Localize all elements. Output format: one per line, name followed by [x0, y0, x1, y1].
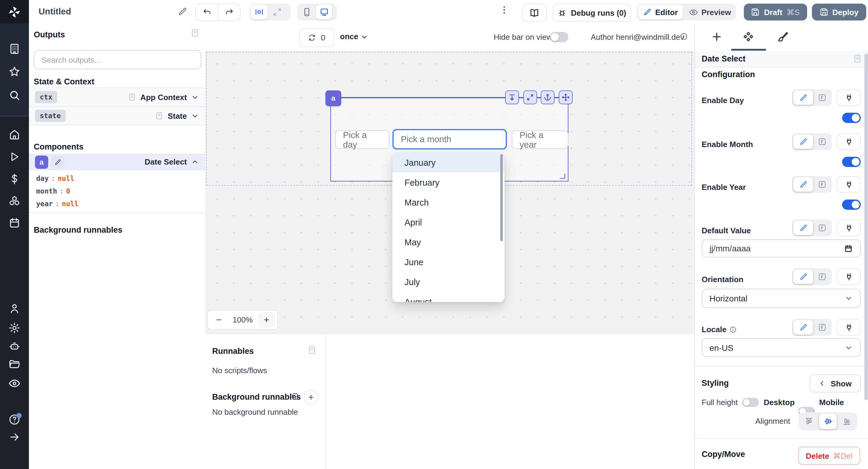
- editor-tab[interactable]: Editor: [638, 5, 683, 19]
- function-mode-button[interactable]: [814, 177, 831, 192]
- function-mode-button[interactable]: [814, 134, 831, 149]
- ctx-row[interactable]: ctx App Context: [29, 87, 205, 107]
- resources-icon[interactable]: [0, 195, 29, 207]
- locale-select[interactable]: en-US: [702, 338, 861, 357]
- month-option-february[interactable]: February: [393, 173, 504, 192]
- settings-gear-icon[interactable]: [0, 322, 29, 334]
- schedules-icon[interactable]: [0, 217, 29, 229]
- component-settings-tab-icon[interactable]: [742, 31, 755, 43]
- delete-component-button[interactable]: Delete ⌘Del: [798, 447, 860, 465]
- styling-tab-icon[interactable]: [777, 31, 789, 43]
- hide-bar-toggle[interactable]: [550, 32, 568, 42]
- prop-year-row[interactable]: year:null: [36, 199, 79, 208]
- add-background-runnable-button[interactable]: [304, 390, 318, 405]
- month-option-may[interactable]: May: [393, 232, 504, 252]
- ai-robot-icon[interactable]: [0, 341, 29, 353]
- function-mode-button[interactable]: [814, 90, 831, 105]
- static-edit-pencil-button[interactable]: [793, 221, 813, 235]
- settings-scrollbar[interactable]: [864, 54, 868, 400]
- static-edit-pencil-button[interactable]: [793, 134, 813, 149]
- function-mode-button[interactable]: [814, 320, 831, 335]
- align-top-button[interactable]: [800, 413, 818, 429]
- month-option-april[interactable]: April: [393, 212, 504, 232]
- mobile-view-button[interactable]: [299, 5, 315, 19]
- favorites-star-icon[interactable]: [0, 66, 29, 78]
- preview-tab[interactable]: Preview: [684, 5, 736, 19]
- home-icon[interactable]: [0, 128, 29, 140]
- month-select-input[interactable]: Pick a month: [393, 129, 507, 150]
- search-icon[interactable]: [0, 89, 29, 101]
- day-select-input[interactable]: Pick a day: [335, 130, 390, 149]
- desktop-view-button[interactable]: [316, 5, 332, 19]
- static-edit-pencil-button[interactable]: [793, 320, 813, 335]
- runnables-doc-icon[interactable]: [307, 345, 316, 354]
- expand-down-handle-icon[interactable]: [505, 90, 519, 104]
- chevron-up-icon[interactable]: [191, 158, 199, 166]
- component-a-row[interactable]: a Date Select: [29, 154, 205, 170]
- static-edit-pencil-button[interactable]: [793, 177, 813, 192]
- month-option-august[interactable]: August: [393, 292, 504, 302]
- rename-component-pencil-icon[interactable]: [51, 155, 64, 168]
- draft-button[interactable]: Draft ⌘S: [744, 4, 807, 21]
- debug-runs-button[interactable]: Debug runs (0): [553, 4, 631, 22]
- enable-year-toggle[interactable]: [842, 199, 861, 210]
- folders-icon[interactable]: [0, 358, 29, 370]
- app-canvas[interactable]: a Pick a day Pick a month Pick a year Ja…: [205, 51, 694, 333]
- enable-month-toggle[interactable]: [842, 157, 861, 167]
- runs-icon[interactable]: [0, 151, 29, 163]
- month-option-january[interactable]: January: [393, 153, 504, 173]
- resize-corner-handle[interactable]: [560, 174, 565, 179]
- align-center-button[interactable]: [819, 413, 837, 429]
- docs-book-button[interactable]: [522, 4, 547, 22]
- chevron-down-icon[interactable]: [191, 112, 199, 120]
- workspace-icon[interactable]: [0, 43, 29, 55]
- help-icon[interactable]: [0, 413, 29, 426]
- month-option-june[interactable]: June: [393, 252, 504, 272]
- calendar-icon[interactable]: [844, 244, 853, 253]
- more-options-kebab-icon[interactable]: [499, 5, 509, 15]
- background-info-icon[interactable]: [291, 393, 299, 400]
- zoom-out-button[interactable]: −: [210, 312, 227, 327]
- prop-day-row[interactable]: day:null: [36, 174, 74, 183]
- variables-icon[interactable]: [0, 173, 29, 185]
- expand-rail-arrow-icon[interactable]: [0, 432, 29, 442]
- full-height-toggle[interactable]: [742, 398, 759, 407]
- users-icon[interactable]: [0, 303, 29, 315]
- month-option-march[interactable]: March: [393, 192, 504, 212]
- audit-eye-icon[interactable]: [0, 377, 29, 389]
- windmill-logo[interactable]: [0, 0, 29, 24]
- month-option-july[interactable]: July: [393, 272, 504, 292]
- zoom-in-button[interactable]: +: [258, 312, 275, 327]
- show-styling-button[interactable]: Show: [809, 374, 861, 393]
- deploy-button[interactable]: Deploy: [812, 4, 866, 21]
- fullscreen-layout-button[interactable]: [269, 5, 286, 19]
- anchor-handle-icon[interactable]: [541, 90, 555, 104]
- connect-plug-button[interactable]: [837, 176, 861, 193]
- redo-button[interactable]: [218, 4, 240, 21]
- author-info-icon[interactable]: [680, 33, 688, 40]
- fullsize-handle-icon[interactable]: [523, 90, 537, 104]
- static-edit-pencil-button[interactable]: [793, 270, 813, 284]
- run-mode-label[interactable]: once: [340, 32, 358, 41]
- dropdown-scrollbar[interactable]: [500, 154, 503, 241]
- connect-plug-button[interactable]: [837, 219, 861, 236]
- function-mode-button[interactable]: [814, 270, 831, 284]
- connect-plug-button[interactable]: [837, 268, 861, 285]
- function-mode-button[interactable]: [814, 221, 831, 235]
- refresh-count-button[interactable]: 0: [299, 28, 335, 47]
- align-bottom-button[interactable]: [838, 413, 856, 429]
- component-doc-icon[interactable]: [853, 54, 862, 63]
- default-value-date-input[interactable]: jj/mm/aaaa: [702, 239, 861, 257]
- orientation-select[interactable]: Horizontal: [702, 289, 861, 308]
- locale-info-icon[interactable]: [730, 326, 737, 333]
- state-row[interactable]: state State: [29, 107, 205, 125]
- prop-month-row[interactable]: month:0: [36, 187, 70, 195]
- add-component-tab-icon[interactable]: [711, 31, 723, 43]
- year-select-input[interactable]: Pick a year: [512, 130, 568, 149]
- move-handle-icon[interactable]: [559, 90, 572, 104]
- run-mode-chevron-icon[interactable]: [361, 33, 368, 41]
- undo-button[interactable]: [196, 4, 218, 21]
- static-edit-pencil-button[interactable]: [793, 90, 813, 105]
- centered-layout-button[interactable]: [251, 5, 268, 19]
- search-outputs-input[interactable]: [40, 55, 195, 65]
